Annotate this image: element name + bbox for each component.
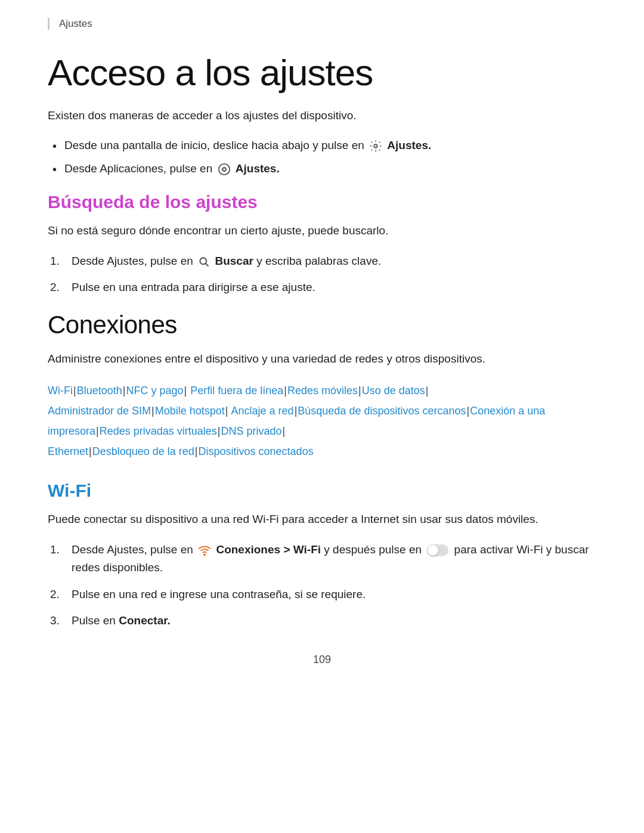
wifi-step-number-1: 1.	[50, 541, 60, 559]
busqueda-section: Búsqueda de los ajustes Si no está segur…	[48, 192, 596, 296]
acceso-title: Acceso a los ajustes	[48, 51, 596, 94]
wifi-step-3-text-before: Pulse en	[72, 614, 119, 627]
link-anclaje[interactable]: Anclaje a red	[231, 405, 294, 417]
svg-point-3	[200, 258, 206, 264]
link-dispositivos[interactable]: Dispositivos conectados	[199, 445, 314, 457]
link-wifi[interactable]: Wi-Fi	[48, 385, 73, 397]
circle-gear-icon	[218, 163, 231, 176]
acceso-bullet-2: Desde Aplicaciones, pulse en Ajustes.	[48, 160, 596, 178]
acceso-bullet-1-bold: Ajustes.	[387, 139, 431, 151]
wifi-step-2-text: Pulse en una red e ingrese una contraseñ…	[72, 588, 366, 600]
wifi-title: Wi-Fi	[48, 481, 596, 501]
acceso-bullet-2-bold: Ajustes.	[236, 162, 280, 175]
busqueda-title: Búsqueda de los ajustes	[48, 192, 596, 212]
busqueda-step-2: 2. Pulse en una entrada para dirigirse a…	[48, 278, 596, 296]
wifi-step-3: 3. Pulse en Conectar.	[48, 612, 596, 630]
link-busqueda-disp[interactable]: Búsqueda de dispositivos cercanos	[298, 405, 466, 417]
page: Ajustes Acceso a los ajustes Existen dos…	[0, 0, 644, 833]
svg-point-0	[374, 145, 377, 148]
busqueda-step-1-bold: Buscar	[215, 255, 253, 267]
link-bluetooth[interactable]: Bluetooth	[77, 385, 122, 397]
busqueda-step-2-text: Pulse en una entrada para dirigirse a es…	[72, 281, 315, 293]
toggle-icon	[427, 544, 448, 556]
link-nfc[interactable]: NFC y pago	[126, 385, 183, 397]
acceso-bullet-1: Desde una pantalla de inicio, deslice ha…	[48, 137, 596, 154]
link-perfil[interactable]: Perfil fuera de línea	[190, 385, 283, 397]
svg-point-1	[218, 164, 229, 175]
busqueda-intro: Si no está seguro dónde encontrar un cie…	[48, 222, 596, 240]
wifi-step-1-middle: y después pulse en	[324, 543, 425, 556]
link-desbloqueo[interactable]: Desbloqueo de la red	[92, 445, 194, 457]
svg-point-2	[222, 168, 226, 171]
wifi-step-1-bold: Conexiones > Wi-Fi	[216, 543, 321, 556]
breadcrumb: Ajustes	[48, 18, 596, 30]
wifi-step-3-bold: Conectar.	[119, 614, 171, 627]
svg-point-5	[204, 554, 205, 555]
wifi-step-1-text-before: Desde Ajustes, pulse en	[72, 543, 196, 556]
link-ethernet[interactable]: Ethernet	[48, 445, 88, 457]
link-uso-datos[interactable]: Uso de datos	[362, 385, 425, 397]
wifi-steps: 1. Desde Ajustes, pulse en Conexiones > …	[48, 541, 596, 630]
page-number: 109	[48, 654, 596, 666]
gear-icon	[369, 140, 382, 153]
link-redes-moviles[interactable]: Redes móviles	[287, 385, 358, 397]
acceso-bullets: Desde una pantalla de inicio, deslice ha…	[48, 137, 596, 178]
link-admin-sim[interactable]: Administrador de SIM	[48, 405, 151, 417]
link-hotspot[interactable]: Mobile hotspot	[155, 405, 225, 417]
step-number-1: 1.	[50, 252, 60, 270]
wifi-icon	[198, 544, 211, 557]
acceso-bullet-1-text-before: Desde una pantalla de inicio, deslice ha…	[64, 139, 367, 151]
wifi-section: Wi-Fi Puede conectar su dispositivo a un…	[48, 481, 596, 630]
conexiones-intro: Administre conexiones entre el dispositi…	[48, 350, 596, 368]
wifi-step-1: 1. Desde Ajustes, pulse en Conexiones > …	[48, 541, 596, 577]
busqueda-step-1-text-after: y escriba palabras clave.	[256, 255, 381, 267]
busqueda-step-1: 1. Desde Ajustes, pulse en Buscar y escr…	[48, 252, 596, 270]
link-dns[interactable]: DNS privado	[221, 425, 282, 437]
svg-line-4	[206, 263, 209, 266]
acceso-section: Acceso a los ajustes Existen dos maneras…	[48, 51, 596, 178]
step-number-2: 2.	[50, 278, 60, 296]
busqueda-step-1-text-before: Desde Ajustes, pulse en	[72, 255, 196, 267]
conexiones-section: Conexiones Administre conexiones entre e…	[48, 311, 596, 462]
acceso-intro: Existen dos maneras de acceder a los aju…	[48, 107, 596, 125]
link-vpn[interactable]: Redes privadas virtuales	[100, 425, 217, 437]
acceso-bullet-2-text-before: Desde Aplicaciones, pulse en	[64, 162, 216, 175]
conexiones-title: Conexiones	[48, 311, 596, 339]
busqueda-steps: 1. Desde Ajustes, pulse en Buscar y escr…	[48, 252, 596, 297]
wifi-step-number-3: 3.	[50, 612, 60, 630]
conexiones-links: Wi-Fi|Bluetooth|NFC y pago| Perfil fuera…	[48, 380, 596, 462]
breadcrumb-label: Ajustes	[59, 18, 92, 29]
wifi-intro: Puede conectar su dispositivo a una red …	[48, 510, 596, 528]
wifi-step-2: 2. Pulse en una red e ingrese una contra…	[48, 586, 596, 603]
wifi-step-number-2: 2.	[50, 586, 60, 603]
search-icon	[198, 256, 210, 268]
